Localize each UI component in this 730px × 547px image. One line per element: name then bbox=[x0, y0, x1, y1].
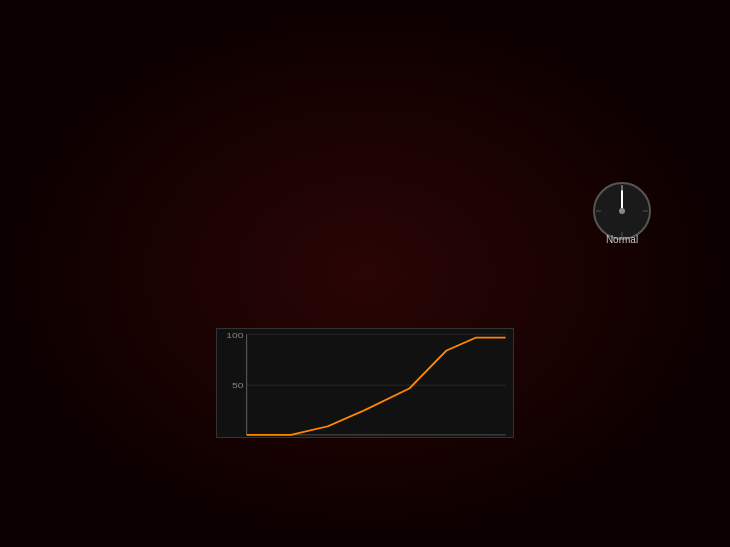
tuning-normal-label: Normal bbox=[606, 234, 638, 245]
svg-text:50: 50 bbox=[232, 382, 244, 390]
svg-point-31 bbox=[619, 208, 625, 214]
svg-text:100: 100 bbox=[226, 331, 243, 339]
tuning-dial-svg bbox=[592, 181, 652, 241]
cpu-fan-chart: 100 50 0 30 70 100 °C bbox=[216, 328, 514, 438]
fan-chart-svg: 100 50 0 30 70 100 °C bbox=[217, 329, 513, 437]
dial-wrapper: Normal bbox=[592, 181, 652, 243]
